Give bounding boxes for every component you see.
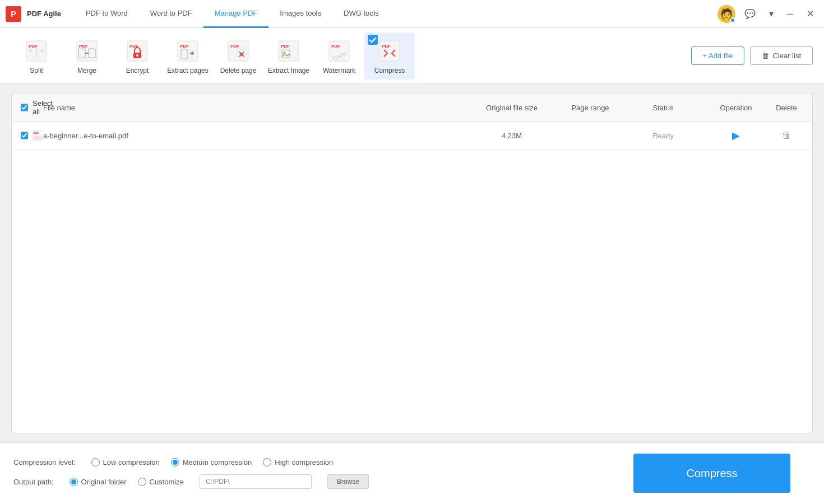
row-check-col: PDF (21, 129, 43, 142)
customize-label: Customize (150, 478, 184, 486)
original-folder-label: Original folder (81, 478, 127, 486)
file-table: Select all File name Original file size … (11, 93, 813, 433)
tool-encrypt-label: Encrypt (126, 67, 149, 74)
path-input[interactable] (200, 474, 312, 489)
tab-pdf-to-word[interactable]: PDF to Word (75, 0, 139, 28)
svg-text:PDF: PDF (331, 44, 340, 49)
medium-compression-option[interactable]: Medium compression (171, 458, 252, 466)
tab-word-to-pdf[interactable]: Word to PDF (139, 0, 203, 28)
original-folder-radio[interactable] (70, 478, 78, 486)
svg-rect-32 (34, 136, 43, 140)
avatar: 🧑 (717, 5, 735, 23)
extract-pages-icon: PDF (174, 38, 201, 64)
play-button[interactable]: ▶ (732, 129, 740, 142)
tool-watermark[interactable]: PDF MARK Watermark (314, 32, 364, 80)
watermark-icon: PDF MARK (326, 38, 353, 64)
tool-watermark-label: Watermark (323, 67, 355, 74)
tab-images-tools[interactable]: Images tools (269, 0, 332, 28)
nav-tabs: PDF to Word Word to PDF Manage PDF Image… (75, 0, 390, 28)
high-compression-option[interactable]: High compression (263, 458, 333, 466)
merge-icon: PDF (73, 38, 100, 64)
add-file-button[interactable]: + Add file (691, 46, 745, 65)
row-checkbox[interactable] (21, 131, 28, 140)
low-compression-label: Low compression (103, 458, 160, 466)
high-compression-radio[interactable] (263, 458, 271, 466)
row-status: Ready (624, 132, 702, 140)
split-icon: PDF (23, 38, 50, 64)
customize-option[interactable]: Customize (138, 478, 184, 486)
tab-manage-pdf[interactable]: Manage PDF (203, 0, 269, 28)
tool-compress[interactable]: PDF Compress (364, 32, 415, 80)
svg-text:PDF: PDF (382, 44, 391, 49)
svg-text:PDF: PDF (79, 44, 88, 49)
minimize-button[interactable]: ─ (783, 7, 798, 21)
svg-text:PDF: PDF (281, 44, 290, 49)
titlebar: P PDF Agile PDF to Word Word to PDF Mana… (0, 0, 824, 28)
dropdown-button[interactable]: ▾ (765, 6, 778, 21)
pagerange-col-header: Page range (557, 104, 624, 112)
browse-button[interactable]: Browse (327, 474, 369, 489)
main-content: Select all File name Original file size … (0, 84, 824, 442)
delete-page-icon: PDF (225, 38, 252, 64)
high-compression-label: High compression (275, 458, 333, 466)
trash-icon: 🗑 (762, 52, 769, 60)
row-delete: 🗑 (770, 130, 803, 141)
tool-delete-page-label: Delete page (220, 67, 257, 74)
delete-col-header: Delete (770, 104, 803, 112)
toolbar-actions: + Add file 🗑 Delete Clear list (691, 46, 813, 65)
low-compression-option[interactable]: Low compression (91, 458, 160, 466)
svg-text:PDF: PDF (34, 132, 39, 135)
svg-text:PDF: PDF (180, 44, 189, 49)
row-operation: ▶ (702, 129, 770, 142)
titlebar-right: 🧑 💬 ▾ ─ ✕ (717, 5, 818, 23)
svg-text:PDF: PDF (230, 44, 239, 49)
medium-compression-label: Medium compression (183, 458, 252, 466)
medium-compression-radio[interactable] (171, 458, 179, 466)
select-all-col: Select all (21, 99, 43, 116)
tab-dwg-tools[interactable]: DWG tools (332, 0, 390, 28)
output-path-label: Output path: (13, 478, 54, 486)
chat-icon-button[interactable]: 💬 (740, 6, 760, 21)
compress-checkmark (368, 35, 378, 46)
delete-row-button[interactable]: 🗑 (782, 130, 791, 141)
row-filename: a-beginner...e-to-email.pdf (43, 132, 467, 140)
output-radio-group: Original folder Customize (70, 478, 184, 486)
operation-col-header: Operation (702, 104, 770, 112)
row-filesize: 4.23M (467, 132, 557, 140)
svg-point-11 (136, 54, 138, 57)
compression-level-label: Compression level: (13, 458, 76, 466)
avatar-badge (730, 17, 735, 23)
tool-split[interactable]: PDF Split (11, 32, 62, 80)
tool-encrypt[interactable]: PDF Encrypt (112, 32, 163, 80)
encrypt-icon: PDF (124, 38, 151, 64)
table-row: PDF a-beginner...e-to-email.pdf 4.23M Re… (12, 122, 812, 150)
tool-compress-label: Compress (374, 67, 405, 74)
app-logo: P (6, 6, 21, 22)
original-folder-option[interactable]: Original folder (70, 478, 127, 486)
filename-col-header: File name (43, 104, 467, 112)
tool-extract-pages[interactable]: PDF Extract pages (163, 32, 213, 80)
customize-radio[interactable] (138, 478, 146, 486)
tool-merge[interactable]: PDF Merge (62, 32, 112, 80)
svg-point-23 (283, 52, 285, 54)
app-title: PDF Agile (27, 10, 61, 18)
status-col-header: Status (624, 104, 702, 112)
svg-rect-27 (368, 35, 378, 45)
compress-icon: PDF (376, 38, 403, 64)
select-all-checkbox[interactable] (21, 103, 28, 112)
toolbar: PDF Split PDF Merge (0, 28, 824, 84)
low-compression-radio[interactable] (91, 458, 100, 466)
close-button[interactable]: ✕ (802, 6, 818, 21)
compression-radio-group: Low compression Medium compression High … (91, 458, 334, 466)
filesize-col-header: Original file size (467, 104, 557, 112)
tool-split-label: Split (30, 67, 43, 74)
tool-merge-label: Merge (77, 67, 96, 74)
compress-action-button[interactable]: Compress (633, 454, 790, 493)
tool-extract-image-label: Extract Image (268, 67, 309, 74)
titlebar-left: P PDF Agile PDF to Word Word to PDF Mana… (6, 0, 390, 28)
tool-delete-page[interactable]: PDF Delete page (213, 32, 263, 80)
pdf-file-icon: PDF (33, 129, 43, 142)
table-header: Select all File name Original file size … (12, 94, 812, 122)
tool-extract-image[interactable]: PDF Extract Image (263, 32, 314, 80)
clear-list-button[interactable]: 🗑 Delete Clear list (750, 46, 813, 65)
